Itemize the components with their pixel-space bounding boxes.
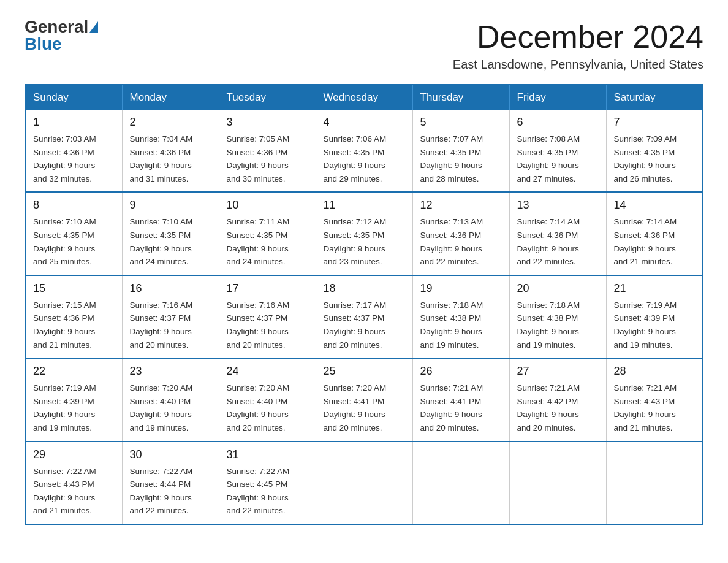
- calendar-cell: 5 Sunrise: 7:07 AM Sunset: 4:35 PM Dayli…: [412, 110, 509, 192]
- weekday-header-thursday: Thursday: [412, 85, 509, 110]
- calendar-cell: 7 Sunrise: 7:09 AM Sunset: 4:35 PM Dayli…: [606, 110, 703, 192]
- calendar-week-row: 8 Sunrise: 7:10 AM Sunset: 4:35 PM Dayli…: [25, 192, 703, 275]
- calendar-week-row: 1 Sunrise: 7:03 AM Sunset: 4:36 PM Dayli…: [25, 110, 703, 192]
- day-number: 18: [324, 282, 405, 295]
- day-number: 6: [517, 116, 599, 129]
- day-info: Sunrise: 7:21 AM Sunset: 4:43 PM Dayligh…: [614, 381, 696, 434]
- calendar-cell: 2 Sunrise: 7:04 AM Sunset: 4:36 PM Dayli…: [122, 110, 219, 192]
- day-number: 30: [130, 448, 211, 461]
- calendar-header: SundayMondayTuesdayWednesdayThursdayFrid…: [25, 85, 703, 110]
- day-number: 12: [420, 199, 502, 212]
- calendar-subtitle: East Lansdowne, Pennsylvania, United Sta…: [453, 58, 703, 72]
- day-info: Sunrise: 7:10 AM Sunset: 4:35 PM Dayligh…: [130, 215, 211, 268]
- day-info: Sunrise: 7:14 AM Sunset: 4:36 PM Dayligh…: [517, 215, 599, 268]
- calendar-cell: 10 Sunrise: 7:11 AM Sunset: 4:35 PM Dayl…: [219, 192, 316, 275]
- day-number: 24: [227, 365, 308, 378]
- day-info: Sunrise: 7:20 AM Sunset: 4:40 PM Dayligh…: [130, 381, 211, 434]
- day-number: 1: [33, 116, 115, 129]
- calendar-cell: 20 Sunrise: 7:18 AM Sunset: 4:38 PM Dayl…: [509, 275, 606, 358]
- day-info: Sunrise: 7:11 AM Sunset: 4:35 PM Dayligh…: [227, 215, 308, 268]
- calendar-cell: 31 Sunrise: 7:22 AM Sunset: 4:45 PM Dayl…: [219, 442, 316, 524]
- day-info: Sunrise: 7:08 AM Sunset: 4:35 PM Dayligh…: [517, 132, 599, 185]
- page-header: General Blue December 2024 East Lansdown…: [25, 18, 703, 72]
- calendar-table: SundayMondayTuesdayWednesdayThursdayFrid…: [25, 84, 703, 525]
- calendar-cell: 30 Sunrise: 7:22 AM Sunset: 4:44 PM Dayl…: [122, 442, 219, 524]
- calendar-cell: 6 Sunrise: 7:08 AM Sunset: 4:35 PM Dayli…: [509, 110, 606, 192]
- day-info: Sunrise: 7:10 AM Sunset: 4:35 PM Dayligh…: [33, 215, 115, 268]
- calendar-cell: 21 Sunrise: 7:19 AM Sunset: 4:39 PM Dayl…: [606, 275, 703, 358]
- calendar-cell: [412, 442, 509, 524]
- day-number: 3: [227, 116, 308, 129]
- calendar-cell: 3 Sunrise: 7:05 AM Sunset: 4:36 PM Dayli…: [219, 110, 316, 192]
- day-info: Sunrise: 7:18 AM Sunset: 4:38 PM Dayligh…: [420, 299, 502, 351]
- calendar-cell: 24 Sunrise: 7:20 AM Sunset: 4:40 PM Dayl…: [219, 358, 316, 441]
- weekday-header-wednesday: Wednesday: [316, 85, 412, 110]
- day-number: 10: [227, 199, 308, 212]
- day-info: Sunrise: 7:22 AM Sunset: 4:45 PM Dayligh…: [227, 465, 308, 518]
- calendar-cell: 25 Sunrise: 7:20 AM Sunset: 4:41 PM Dayl…: [316, 358, 412, 441]
- day-number: 7: [614, 116, 696, 129]
- weekday-header-saturday: Saturday: [606, 85, 703, 110]
- calendar-cell: 13 Sunrise: 7:14 AM Sunset: 4:36 PM Dayl…: [509, 192, 606, 275]
- calendar-cell: 12 Sunrise: 7:13 AM Sunset: 4:36 PM Dayl…: [412, 192, 509, 275]
- calendar-cell: 28 Sunrise: 7:21 AM Sunset: 4:43 PM Dayl…: [606, 358, 703, 441]
- day-info: Sunrise: 7:07 AM Sunset: 4:35 PM Dayligh…: [420, 132, 502, 185]
- calendar-cell: 8 Sunrise: 7:10 AM Sunset: 4:35 PM Dayli…: [25, 192, 122, 275]
- day-info: Sunrise: 7:22 AM Sunset: 4:43 PM Dayligh…: [33, 465, 115, 518]
- calendar-cell: 17 Sunrise: 7:16 AM Sunset: 4:37 PM Dayl…: [219, 275, 316, 358]
- day-number: 20: [517, 282, 599, 295]
- logo: General Blue: [25, 18, 98, 53]
- day-info: Sunrise: 7:04 AM Sunset: 4:36 PM Dayligh…: [130, 132, 211, 185]
- weekday-header-row: SundayMondayTuesdayWednesdayThursdayFrid…: [25, 85, 703, 110]
- calendar-cell: 22 Sunrise: 7:19 AM Sunset: 4:39 PM Dayl…: [25, 358, 122, 441]
- day-info: Sunrise: 7:20 AM Sunset: 4:41 PM Dayligh…: [324, 381, 405, 434]
- day-number: 23: [130, 365, 211, 378]
- calendar-cell: [316, 442, 412, 524]
- calendar-cell: 1 Sunrise: 7:03 AM Sunset: 4:36 PM Dayli…: [25, 110, 122, 192]
- day-info: Sunrise: 7:15 AM Sunset: 4:36 PM Dayligh…: [33, 299, 115, 351]
- day-number: 4: [324, 116, 405, 129]
- day-number: 22: [33, 365, 115, 378]
- day-number: 17: [227, 282, 308, 295]
- day-number: 25: [324, 365, 405, 378]
- day-number: 16: [130, 282, 211, 295]
- day-info: Sunrise: 7:22 AM Sunset: 4:44 PM Dayligh…: [130, 465, 211, 518]
- calendar-cell: 4 Sunrise: 7:06 AM Sunset: 4:35 PM Dayli…: [316, 110, 412, 192]
- calendar-cell: 19 Sunrise: 7:18 AM Sunset: 4:38 PM Dayl…: [412, 275, 509, 358]
- weekday-header-sunday: Sunday: [25, 85, 122, 110]
- calendar-cell: 27 Sunrise: 7:21 AM Sunset: 4:42 PM Dayl…: [509, 358, 606, 441]
- calendar-week-row: 22 Sunrise: 7:19 AM Sunset: 4:39 PM Dayl…: [25, 358, 703, 441]
- calendar-cell: [509, 442, 606, 524]
- title-area: December 2024 East Lansdowne, Pennsylvan…: [453, 18, 703, 72]
- calendar-body: 1 Sunrise: 7:03 AM Sunset: 4:36 PM Dayli…: [25, 110, 703, 524]
- day-info: Sunrise: 7:21 AM Sunset: 4:42 PM Dayligh…: [517, 381, 599, 434]
- day-number: 21: [614, 282, 696, 295]
- day-number: 14: [614, 199, 696, 212]
- day-info: Sunrise: 7:19 AM Sunset: 4:39 PM Dayligh…: [33, 381, 115, 434]
- day-number: 11: [324, 199, 405, 212]
- day-info: Sunrise: 7:18 AM Sunset: 4:38 PM Dayligh…: [517, 299, 599, 351]
- weekday-header-monday: Monday: [122, 85, 219, 110]
- logo-triangle-icon: [89, 21, 98, 33]
- day-info: Sunrise: 7:13 AM Sunset: 4:36 PM Dayligh…: [420, 215, 502, 268]
- calendar-week-row: 15 Sunrise: 7:15 AM Sunset: 4:36 PM Dayl…: [25, 275, 703, 358]
- calendar-cell: 15 Sunrise: 7:15 AM Sunset: 4:36 PM Dayl…: [25, 275, 122, 358]
- day-info: Sunrise: 7:16 AM Sunset: 4:37 PM Dayligh…: [130, 299, 211, 351]
- calendar-cell: 23 Sunrise: 7:20 AM Sunset: 4:40 PM Dayl…: [122, 358, 219, 441]
- day-info: Sunrise: 7:19 AM Sunset: 4:39 PM Dayligh…: [614, 299, 696, 351]
- day-number: 19: [420, 282, 502, 295]
- day-number: 28: [614, 365, 696, 378]
- day-number: 8: [33, 199, 115, 212]
- calendar-cell: 9 Sunrise: 7:10 AM Sunset: 4:35 PM Dayli…: [122, 192, 219, 275]
- day-info: Sunrise: 7:09 AM Sunset: 4:35 PM Dayligh…: [614, 132, 696, 185]
- calendar-week-row: 29 Sunrise: 7:22 AM Sunset: 4:43 PM Dayl…: [25, 442, 703, 524]
- day-number: 5: [420, 116, 502, 129]
- calendar-cell: 18 Sunrise: 7:17 AM Sunset: 4:37 PM Dayl…: [316, 275, 412, 358]
- calendar-cell: 26 Sunrise: 7:21 AM Sunset: 4:41 PM Dayl…: [412, 358, 509, 441]
- calendar-title: December 2024: [453, 18, 703, 55]
- logo-general-text: General: [25, 18, 88, 36]
- calendar-cell: [606, 442, 703, 524]
- day-info: Sunrise: 7:16 AM Sunset: 4:37 PM Dayligh…: [227, 299, 308, 351]
- weekday-header-tuesday: Tuesday: [219, 85, 316, 110]
- day-number: 31: [227, 448, 308, 461]
